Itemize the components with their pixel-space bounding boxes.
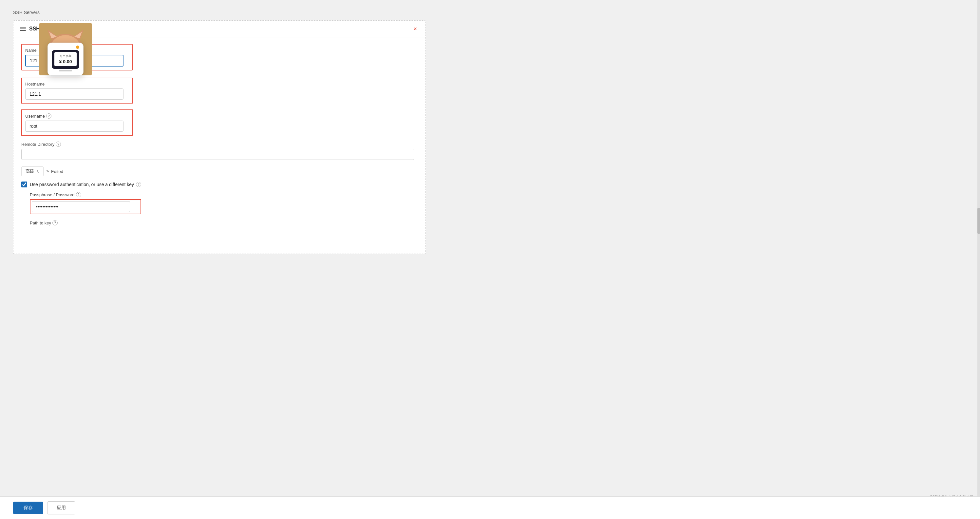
username-input[interactable] — [25, 121, 124, 132]
phone-body: 可用余额 ¥ 0.00 — [52, 50, 79, 69]
passphrase-help-icon[interactable]: ? — [76, 192, 81, 197]
footer-bar: 保存 应用 — [0, 497, 980, 519]
advanced-label: 高级 — [25, 169, 34, 174]
phone-screen: 可用余额 ¥ 0.00 — [54, 52, 76, 66]
apply-button[interactable]: 应用 — [47, 501, 75, 514]
username-field-group: Username ? — [21, 110, 418, 135]
hostname-input[interactable] — [25, 88, 124, 100]
page-title: SSH Servers — [13, 10, 967, 15]
phone-widget: 可用余额 ¥ 0.00 — [48, 43, 84, 76]
phone-bottom-bar — [59, 70, 72, 72]
username-label: Username ? — [25, 113, 129, 119]
balance-label: 可用余额 — [56, 54, 75, 58]
remote-dir-field-group: Remote Directory ? — [21, 142, 414, 160]
advanced-toggle-button[interactable]: 高级 ∧ — [21, 166, 44, 176]
password-auth-checkbox[interactable] — [21, 181, 27, 188]
path-to-key-label: Path to key ? — [30, 220, 418, 225]
password-auth-checkbox-group: Use password authentication, or use a di… — [21, 181, 418, 188]
passphrase-input[interactable] — [32, 201, 130, 212]
remote-dir-input[interactable] — [21, 149, 414, 160]
password-auth-label: Use password authentication, or use a di… — [30, 182, 141, 187]
scrollbar[interactable] — [977, 0, 980, 519]
edited-text: Edited — [51, 169, 63, 174]
password-auth-help-icon[interactable]: ? — [136, 182, 141, 187]
phone-widget-top — [52, 46, 79, 49]
save-button[interactable]: 保存 — [13, 501, 43, 514]
balance-amount: ¥ 0.00 — [56, 59, 75, 64]
password-section: Passphrase / Password ? Path to key ? — [30, 192, 418, 225]
advanced-toggle-row: 高级 ∧ ✎ Edited — [21, 166, 418, 176]
passphrase-label: Passphrase / Password ? — [30, 192, 418, 197]
chevron-up-icon: ∧ — [36, 169, 39, 174]
hostname-field-group: Hostname — [21, 78, 418, 103]
edited-indicator: ✎ Edited — [46, 169, 63, 174]
pencil-icon: ✎ — [46, 169, 49, 174]
passphrase-field-group: Passphrase / Password ? — [30, 192, 418, 214]
hamburger-menu-icon[interactable] — [20, 27, 26, 31]
path-to-key-help-icon[interactable]: ? — [52, 220, 58, 225]
hostname-label: Hostname — [25, 81, 129, 86]
notification-dot — [76, 46, 79, 49]
username-help-icon[interactable]: ? — [46, 113, 51, 119]
advanced-section: 高级 ∧ ✎ Edited Use password authenticatio… — [21, 166, 418, 225]
remote-dir-help-icon[interactable]: ? — [56, 142, 61, 147]
close-button[interactable]: × — [411, 25, 419, 32]
scrollbar-thumb[interactable] — [977, 208, 980, 234]
remote-dir-label: Remote Directory ? — [21, 142, 414, 147]
